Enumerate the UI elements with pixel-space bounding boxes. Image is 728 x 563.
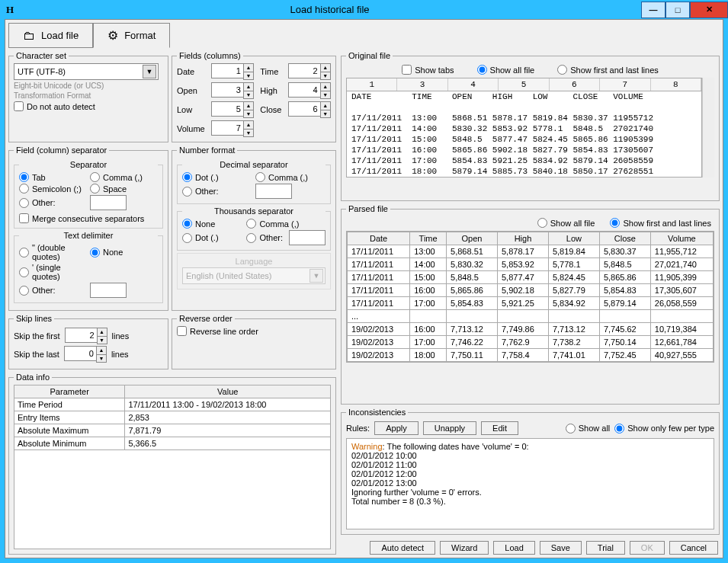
- spin-down[interactable]: ▼: [244, 91, 253, 98]
- table-cell: [498, 310, 549, 323]
- table-cell: 14:00: [410, 258, 447, 271]
- high-input[interactable]: [288, 82, 320, 98]
- thou-none-radio[interactable]: None: [182, 219, 243, 229]
- spin-up[interactable]: ▲: [321, 102, 330, 110]
- sep-tab-radio[interactable]: Tab: [19, 172, 87, 182]
- spin-up[interactable]: ▲: [321, 64, 330, 72]
- spin-down[interactable]: ▼: [97, 354, 106, 362]
- spin-up[interactable]: ▲: [98, 328, 107, 336]
- thou-other-radio[interactable]: Other:: [246, 230, 326, 245]
- trial-button[interactable]: Trial: [586, 541, 625, 555]
- maximize-button[interactable]: □: [665, 2, 690, 18]
- delim-sq-radio[interactable]: ' (single quotes): [19, 263, 87, 281]
- delim-none-radio[interactable]: None: [90, 243, 158, 261]
- volume-spinner[interactable]: ▲▼: [211, 120, 254, 137]
- dec-dot-radio[interactable]: Dot (.): [182, 172, 252, 182]
- skip-last-spinner[interactable]: ▲▼: [64, 346, 107, 363]
- apply-button[interactable]: Apply: [374, 421, 419, 435]
- thou-other-input[interactable]: [289, 230, 326, 245]
- table-cell: 5,834.92: [548, 297, 599, 310]
- date-input[interactable]: [211, 63, 243, 78]
- column-number: 1: [347, 78, 397, 91]
- parsed-show-all-radio[interactable]: Show all file: [537, 218, 595, 228]
- spin-up[interactable]: ▲: [244, 121, 253, 129]
- skip-first-input[interactable]: [65, 328, 97, 343]
- high-spinner[interactable]: ▲▼: [288, 82, 331, 99]
- sep-semicolon-radio[interactable]: Semicolon (;): [19, 184, 87, 194]
- delim-other-input[interactable]: [90, 283, 127, 298]
- no-auto-checkbox-input[interactable]: [14, 101, 24, 111]
- charset-select[interactable]: UTF (UTF-8) ▼: [14, 63, 159, 80]
- unapply-button[interactable]: Unapply: [423, 421, 476, 435]
- time-input[interactable]: [288, 63, 320, 78]
- wizard-button[interactable]: Wizard: [440, 541, 489, 555]
- spin-up[interactable]: ▲: [97, 347, 106, 354]
- tab-format[interactable]: ⚙ Format: [93, 23, 170, 48]
- load-button[interactable]: Load: [493, 541, 534, 555]
- legend-charset: Character set: [14, 51, 69, 60]
- table-cell: 15:00: [410, 271, 447, 284]
- skip-first-spinner[interactable]: ▲▼: [65, 328, 107, 344]
- delim-other-radio[interactable]: Other:: [19, 283, 87, 298]
- legend-separator: Field (column) separator: [14, 146, 109, 155]
- spin-down[interactable]: ▼: [244, 129, 253, 136]
- minimize-button[interactable]: —: [641, 2, 665, 18]
- date-spinner[interactable]: ▲▼: [211, 63, 254, 80]
- edit-button[interactable]: Edit: [481, 421, 518, 435]
- show-tabs-checkbox[interactable]: Show tabs: [402, 65, 454, 75]
- dec-other-input[interactable]: [255, 184, 292, 199]
- incons-show-all-radio[interactable]: Show all: [566, 424, 611, 433]
- merge-sep-checkbox[interactable]: Merge consecutive separators: [19, 213, 158, 223]
- table-row: Absolute Maximum7,871.79: [14, 424, 331, 437]
- dec-comma-radio[interactable]: Comma (,): [255, 172, 326, 182]
- no-auto-detect-checkbox[interactable]: Do not auto detect: [14, 101, 163, 111]
- close-button[interactable]: ✕: [690, 2, 728, 18]
- spin-up[interactable]: ▲: [244, 102, 253, 110]
- open-spinner[interactable]: ▲▼: [211, 82, 254, 99]
- incons-show-few-radio[interactable]: Show only few per type: [614, 424, 714, 433]
- sep-other-radio[interactable]: Other:: [19, 195, 87, 210]
- orig-show-fl-radio[interactable]: Show first and last lines: [557, 65, 659, 75]
- delim-dq-radio[interactable]: " (double quotes): [19, 243, 87, 261]
- thou-dot-radio[interactable]: Dot (.): [182, 230, 243, 245]
- scrollbar[interactable]: [702, 78, 714, 178]
- spin-down[interactable]: ▼: [321, 72, 330, 79]
- close-input[interactable]: [288, 101, 320, 117]
- skip-lines-label2: lines: [111, 350, 129, 359]
- tab-load-file[interactable]: 🗀 Load file: [8, 23, 93, 48]
- inconsistencies-log[interactable]: Warning: The following dates have 'volum…: [346, 438, 714, 529]
- thou-comma-radio[interactable]: Comma (,): [246, 219, 326, 229]
- spin-down[interactable]: ▼: [244, 72, 253, 79]
- spin-down[interactable]: ▼: [244, 110, 253, 117]
- sep-space-radio[interactable]: Space: [90, 184, 158, 194]
- skip-last-input[interactable]: [64, 346, 96, 361]
- table-cell: 17,305,607: [650, 284, 713, 297]
- original-grid[interactable]: 1345678 DATE TIME OPEN HIGH LOW CLOSE VO…: [346, 78, 702, 178]
- spin-up[interactable]: ▲: [244, 83, 253, 91]
- cancel-button[interactable]: Cancel: [669, 541, 718, 555]
- low-input[interactable]: [211, 101, 243, 117]
- table-cell: 5,921.25: [498, 297, 549, 310]
- time-spinner[interactable]: ▲▼: [288, 63, 331, 80]
- orig-show-all-radio[interactable]: Show all file: [477, 65, 535, 75]
- low-spinner[interactable]: ▲▼: [211, 101, 254, 118]
- parsed-show-fl-radio[interactable]: Show first and last lines: [610, 218, 711, 228]
- sep-comma-radio[interactable]: Comma (,): [90, 172, 158, 182]
- spin-up[interactable]: ▲: [321, 83, 330, 91]
- dec-other-radio[interactable]: Other:: [182, 184, 252, 199]
- table-cell: 27,021,740: [650, 258, 713, 271]
- spin-up[interactable]: ▲: [244, 64, 253, 72]
- table-row: 17/11/201117:005,854.835,921.255,834.925…: [348, 297, 714, 310]
- reverse-checkbox[interactable]: Reverse line order: [177, 326, 331, 336]
- auto-detect-button[interactable]: Auto detect: [370, 541, 435, 555]
- volume-input[interactable]: [211, 120, 243, 136]
- table-cell: 7,746.22: [447, 336, 498, 349]
- save-button[interactable]: Save: [540, 541, 582, 555]
- spin-down[interactable]: ▼: [321, 91, 330, 98]
- close-spinner[interactable]: ▲▼: [288, 101, 331, 118]
- open-input[interactable]: [211, 82, 243, 98]
- spin-down[interactable]: ▼: [321, 110, 330, 117]
- original-row: 17/11/2011 17:00 5854.83 5921.25 5834.92…: [347, 155, 701, 166]
- spin-down[interactable]: ▼: [98, 336, 107, 344]
- sep-other-input[interactable]: [90, 195, 127, 210]
